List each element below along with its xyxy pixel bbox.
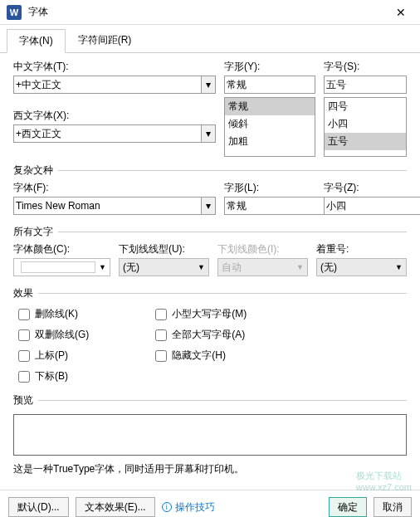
style-label: 字形(Y): — [224, 60, 315, 74]
underline-color-label: 下划线颜色(I): — [217, 242, 308, 256]
underline-label: 下划线线型(U): — [119, 242, 209, 256]
tips-link[interactable]: i 操作技巧 — [162, 500, 215, 515]
underline-color-value: 自动 — [222, 261, 242, 275]
list-item[interactable]: 小四 — [325, 115, 406, 133]
color-label: 字体颜色(C): — [13, 242, 110, 256]
chevron-down-icon: ▼ — [296, 263, 304, 271]
alltext-legend: 所有文字 — [13, 225, 58, 239]
style-input[interactable] — [224, 76, 315, 94]
size-label: 字号(S): — [324, 60, 407, 74]
hidden-checkbox[interactable]: 隐藏文字(H) — [155, 349, 247, 363]
complex-size-input[interactable] — [324, 197, 420, 215]
app-icon: W — [7, 5, 22, 20]
chevron-down-icon: ▼ — [198, 263, 205, 271]
cancel-button[interactable]: 取消 — [374, 497, 412, 517]
style-listbox[interactable]: 常规 倾斜 加粗 — [224, 97, 315, 157]
complex-font-input[interactable] — [13, 197, 201, 215]
chevron-down-icon[interactable]: ▾ — [201, 197, 216, 215]
strike-checkbox[interactable]: 删除线(K) — [18, 307, 89, 321]
emphasis-value: (无) — [320, 261, 337, 275]
preview-legend: 预览 — [13, 393, 38, 407]
ok-button[interactable]: 确定 — [329, 497, 367, 517]
emphasis-select[interactable]: (无) ▼ — [316, 258, 407, 276]
info-icon: i — [162, 502, 172, 512]
color-swatch — [21, 261, 95, 273]
default-button[interactable]: 默认(D)... — [8, 497, 69, 517]
list-item[interactable]: 倾斜 — [225, 115, 315, 133]
tab-font[interactable]: 字体(N) — [7, 29, 66, 53]
complex-style-label: 字形(L): — [224, 181, 315, 195]
latin-font-select[interactable]: ▾ — [13, 124, 216, 143]
latin-font-label: 西文字体(X): — [13, 109, 216, 123]
list-item[interactable]: 常规 — [225, 98, 315, 115]
underline-color-select: 自动 ▼ — [217, 258, 308, 276]
chevron-down-icon[interactable]: ▾ — [201, 76, 216, 94]
underline-value: (无) — [123, 261, 139, 275]
cn-font-label: 中文字体(T): — [13, 60, 216, 74]
chevron-down-icon[interactable]: ▾ — [201, 124, 216, 143]
double-strike-checkbox[interactable]: 双删除线(G) — [18, 328, 89, 342]
font-color-select[interactable]: ▼ — [13, 258, 110, 276]
list-item[interactable]: 四号 — [325, 98, 406, 115]
superscript-checkbox[interactable]: 上标(P) — [18, 349, 89, 363]
complex-style-select[interactable]: ▾ — [224, 197, 315, 215]
emphasis-label: 着重号: — [316, 242, 407, 256]
effects-legend: 效果 — [13, 286, 38, 300]
close-icon[interactable]: ✕ — [388, 0, 413, 25]
list-item[interactable]: 加粗 — [225, 133, 315, 150]
cn-font-input[interactable] — [13, 76, 201, 94]
size-listbox[interactable]: 四号 小四 五号 — [324, 97, 407, 157]
chevron-down-icon: ▼ — [395, 263, 403, 271]
complex-size-select[interactable]: ▾ — [324, 197, 407, 215]
info-text: 这是一种TrueType字体，同时适用于屏幕和打印机。 — [13, 462, 407, 476]
subscript-checkbox[interactable]: 下标(B) — [18, 369, 89, 383]
complex-legend: 复杂文种 — [13, 163, 58, 178]
chevron-down-icon: ▼ — [99, 263, 106, 271]
tab-spacing[interactable]: 字符间距(R) — [66, 28, 144, 52]
latin-font-input[interactable] — [13, 124, 201, 143]
window-title: 字体 — [28, 5, 388, 19]
preview-box — [13, 414, 407, 456]
complex-size-label: 字号(Z): — [324, 181, 407, 195]
underline-select[interactable]: (无) ▼ — [119, 258, 209, 276]
size-input[interactable] — [324, 76, 407, 94]
cn-font-select[interactable]: ▾ — [13, 76, 216, 94]
complex-font-select[interactable]: ▾ — [13, 197, 216, 215]
complex-font-label: 字体(F): — [13, 181, 216, 195]
allcaps-checkbox[interactable]: 全部大写字母(A) — [155, 328, 247, 342]
smallcaps-checkbox[interactable]: 小型大写字母(M) — [155, 307, 247, 321]
text-effect-button[interactable]: 文本效果(E)... — [76, 497, 155, 517]
list-item[interactable]: 五号 — [325, 133, 406, 150]
